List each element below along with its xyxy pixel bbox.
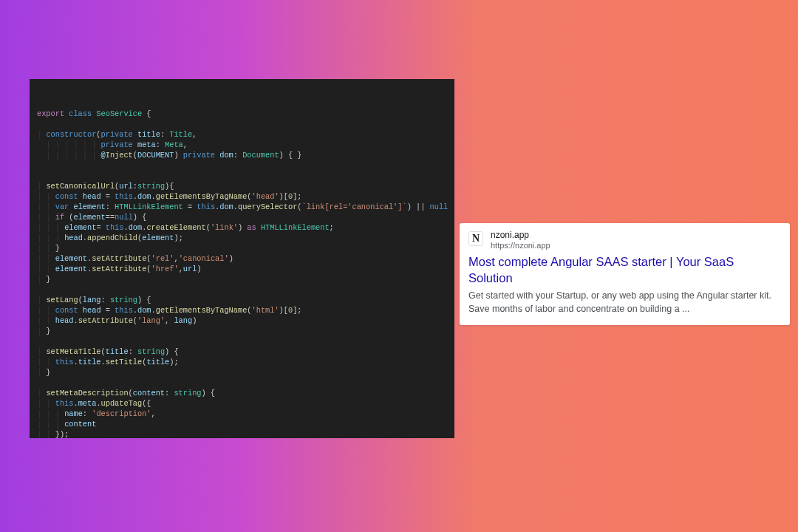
search-result-title[interactable]: Most complete Angular SAAS starter | You…	[468, 254, 781, 286]
search-result-meta: nzoni.app https://nzoni.app	[491, 231, 550, 250]
search-result-description: Get started with your Startup, or any we…	[468, 289, 781, 316]
favicon-icon: N	[468, 231, 483, 246]
code-editor-panel: export class SeoService { │ constructor(…	[30, 79, 454, 438]
search-result-header: N nzoni.app https://nzoni.app	[468, 231, 781, 250]
search-result-card: N nzoni.app https://nzoni.app Most compl…	[460, 223, 790, 325]
code-content: export class SeoService { │ constructor(…	[37, 109, 447, 438]
search-result-url: https://nzoni.app	[491, 241, 550, 250]
search-result-domain: nzoni.app	[491, 231, 550, 241]
